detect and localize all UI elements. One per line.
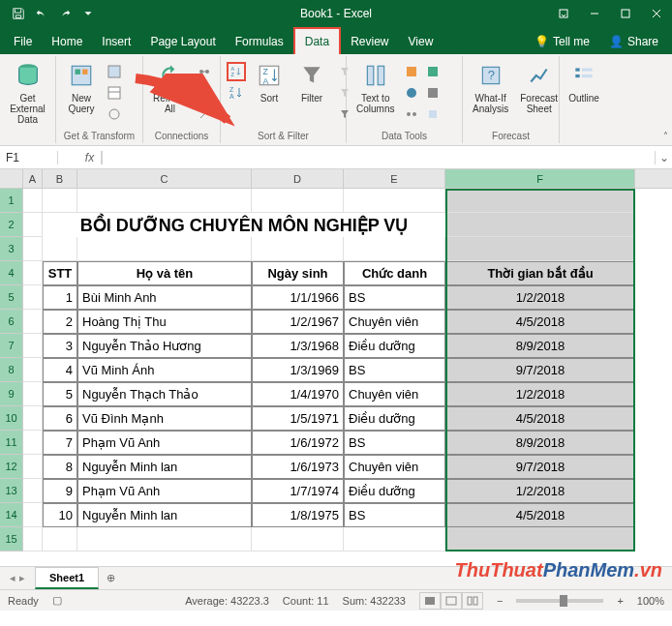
sort-ascending-button[interactable]: AZ bbox=[227, 62, 246, 81]
tab-home[interactable]: Home bbox=[42, 29, 92, 54]
cell-thoigian[interactable]: 9/7/2018 bbox=[445, 358, 635, 382]
collapse-ribbon-icon[interactable]: ˄ bbox=[663, 131, 668, 141]
cell-thoigian[interactable]: 4/5/2018 bbox=[445, 406, 635, 431]
row-header[interactable]: 6 bbox=[0, 310, 23, 334]
get-external-data-button[interactable]: Get External Data bbox=[6, 58, 49, 127]
row-header[interactable]: 11 bbox=[0, 431, 23, 455]
col-header-a[interactable]: A bbox=[23, 169, 43, 188]
new-query-button[interactable]: New Query bbox=[62, 58, 101, 116]
cell-stt[interactable]: 2 bbox=[43, 310, 77, 334]
col-header-c[interactable]: C bbox=[77, 169, 252, 188]
ribbon-options-icon[interactable] bbox=[548, 0, 579, 27]
tab-nav[interactable]: ◂ ▸ bbox=[0, 572, 35, 584]
tab-view[interactable]: View bbox=[399, 29, 443, 54]
flash-fill-button[interactable] bbox=[402, 62, 421, 81]
what-if-button[interactable]: ? What-If Analysis bbox=[469, 58, 512, 116]
cell-thoigian[interactable]: 9/7/2018 bbox=[445, 455, 635, 479]
cell-chucdanh[interactable]: BS bbox=[344, 285, 445, 310]
view-normal-button[interactable] bbox=[419, 592, 441, 610]
forecast-sheet-button[interactable]: Forecast Sheet bbox=[516, 58, 562, 116]
save-button[interactable] bbox=[8, 3, 29, 24]
tab-review[interactable]: Review bbox=[341, 29, 398, 54]
show-queries-button[interactable] bbox=[105, 62, 124, 81]
minimize-button[interactable] bbox=[579, 0, 610, 27]
cell-stt[interactable]: 9 bbox=[43, 479, 77, 503]
cell-chucdanh[interactable]: Điều dưỡng bbox=[344, 479, 445, 503]
refresh-all-button[interactable]: Refresh All bbox=[149, 58, 191, 116]
cell-stt[interactable]: 10 bbox=[43, 503, 77, 527]
cell-ngaysinh[interactable]: 1/3/1969 bbox=[252, 358, 344, 382]
cell-ngaysinh[interactable]: 1/2/1967 bbox=[252, 310, 344, 334]
close-button[interactable] bbox=[641, 0, 672, 27]
view-pagebreak-button[interactable] bbox=[462, 592, 483, 610]
sort-button[interactable]: ZA Sort bbox=[250, 58, 289, 105]
zoom-out-button[interactable]: − bbox=[497, 595, 503, 607]
properties-button[interactable] bbox=[195, 83, 214, 103]
cell-chucdanh[interactable]: Chuyên viên bbox=[344, 310, 445, 334]
tab-file[interactable]: File bbox=[4, 29, 42, 54]
maximize-button[interactable] bbox=[610, 0, 641, 27]
row-header[interactable]: 14 bbox=[0, 503, 23, 527]
cell-stt[interactable]: 4 bbox=[43, 358, 77, 382]
zoom-in-button[interactable]: + bbox=[617, 595, 623, 607]
name-box[interactable]: F1 bbox=[0, 151, 58, 164]
cell-thoigian[interactable]: 1/2/2018 bbox=[445, 479, 635, 503]
row-header[interactable]: 10 bbox=[0, 406, 23, 431]
row-header[interactable]: 2 bbox=[0, 213, 23, 237]
tab-data[interactable]: Data bbox=[293, 27, 341, 54]
redo-button[interactable] bbox=[54, 3, 76, 24]
cell-stt[interactable]: 5 bbox=[43, 382, 77, 406]
text-to-columns-button[interactable]: Text to Columns bbox=[352, 58, 398, 116]
row-header[interactable]: 13 bbox=[0, 479, 23, 503]
row-header[interactable]: 5 bbox=[0, 285, 23, 310]
cell-hoten[interactable]: Nguyễn Minh lan bbox=[77, 455, 252, 479]
data-model-button[interactable] bbox=[423, 104, 443, 124]
sort-descending-button[interactable]: ZA bbox=[227, 83, 246, 103]
cell-stt[interactable]: 1 bbox=[43, 285, 77, 310]
tab-formulas[interactable]: Formulas bbox=[226, 29, 293, 54]
row-header[interactable]: 8 bbox=[0, 358, 23, 382]
cell-hoten[interactable]: Vũ Minh Ánh bbox=[77, 358, 252, 382]
cell-hoten[interactable]: Bùi Minh Anh bbox=[77, 285, 252, 310]
add-sheet-button[interactable]: ⊕ bbox=[99, 572, 122, 584]
consolidate-button[interactable] bbox=[423, 83, 443, 103]
remove-duplicates-button[interactable] bbox=[423, 62, 443, 81]
select-all-cells[interactable] bbox=[0, 169, 23, 188]
cell-stt[interactable]: 6 bbox=[43, 406, 77, 431]
edit-links-button[interactable] bbox=[195, 104, 214, 124]
cell-stt[interactable]: 7 bbox=[43, 431, 77, 455]
recent-sources-button[interactable] bbox=[105, 104, 124, 124]
cell-thoigian[interactable]: 4/5/2018 bbox=[445, 310, 635, 334]
cell-chucdanh[interactable]: BS bbox=[344, 431, 445, 455]
cell-thoigian[interactable]: 4/5/2018 bbox=[445, 503, 635, 527]
cell-chucdanh[interactable]: BS bbox=[344, 503, 445, 527]
share-button[interactable]: 👤Share bbox=[599, 29, 668, 54]
cell-chucdanh[interactable]: Điều dưỡng bbox=[344, 334, 445, 358]
cell-ngaysinh[interactable]: 1/7/1974 bbox=[252, 479, 344, 503]
row-header[interactable]: 12 bbox=[0, 455, 23, 479]
from-table-button[interactable] bbox=[105, 83, 124, 103]
cell-stt[interactable]: 8 bbox=[43, 455, 77, 479]
cell-chucdanh[interactable]: Điều dưỡng bbox=[344, 406, 445, 431]
cell-chucdanh[interactable]: Chuyên viên bbox=[344, 382, 445, 406]
tab-page-layout[interactable]: Page Layout bbox=[140, 29, 225, 54]
outline-button[interactable]: Outline bbox=[565, 58, 602, 105]
cell-ngaysinh[interactable]: 1/6/1972 bbox=[252, 431, 344, 455]
cell-chucdanh[interactable]: BS bbox=[344, 358, 445, 382]
cell-ngaysinh[interactable]: 1/4/1970 bbox=[252, 382, 344, 406]
cell-thoigian[interactable]: 1/2/2018 bbox=[445, 382, 635, 406]
view-layout-button[interactable] bbox=[441, 592, 462, 610]
connections-button[interactable] bbox=[195, 62, 214, 81]
col-header-e[interactable]: E bbox=[344, 169, 445, 188]
row-header[interactable]: 7 bbox=[0, 334, 23, 358]
cell-ngaysinh[interactable]: 1/8/1975 bbox=[252, 503, 344, 527]
row-header[interactable]: 3 bbox=[0, 237, 23, 261]
fx-button[interactable]: fx bbox=[78, 151, 102, 164]
tell-me[interactable]: 💡Tell me bbox=[525, 29, 599, 54]
cell-ngaysinh[interactable]: 1/6/1973 bbox=[252, 455, 344, 479]
cell-hoten[interactable]: Phạm Vũ Anh bbox=[77, 431, 252, 455]
row-header[interactable]: 9 bbox=[0, 382, 23, 406]
row-header[interactable]: 1 bbox=[0, 189, 23, 213]
cell-thoigian[interactable]: 8/9/2018 bbox=[445, 334, 635, 358]
cell-hoten[interactable]: Vũ Đình Mạnh bbox=[77, 406, 252, 431]
